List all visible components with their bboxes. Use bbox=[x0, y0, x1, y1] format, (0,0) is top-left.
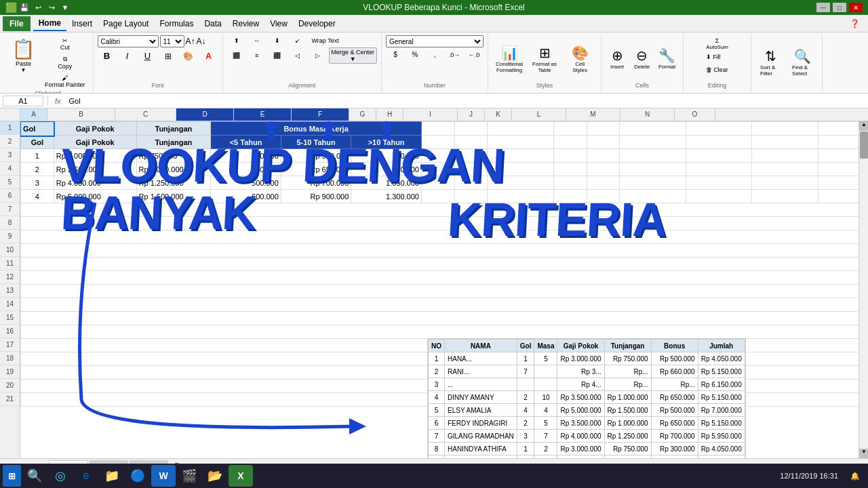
increase-decimal-btn[interactable]: .0→ bbox=[445, 49, 464, 60]
cell-G3[interactable] bbox=[421, 149, 454, 163]
row-num-5[interactable]: 5 bbox=[0, 176, 20, 189]
cell-J1[interactable] bbox=[553, 122, 587, 136]
cell-styles-btn[interactable]: 🎨 Cell Styles bbox=[563, 40, 597, 77]
cell-B4[interactable]: Rp 3.500.000 bbox=[54, 163, 136, 176]
data-menu-item[interactable]: Data bbox=[199, 16, 226, 31]
file-menu-btn[interactable]: File bbox=[3, 16, 31, 31]
insert-function-btn[interactable]: fx bbox=[52, 97, 64, 105]
word-btn[interactable]: W bbox=[151, 465, 176, 487]
sort-filter-btn[interactable]: ⇅ Sort & Filter bbox=[755, 43, 786, 81]
cell-jumlah-9[interactable]: Rp 5.950.000 bbox=[698, 455, 745, 459]
cell-I6[interactable] bbox=[488, 190, 553, 203]
cell-A6[interactable]: 4 bbox=[21, 190, 54, 203]
cell-masa-7[interactable]: 7 bbox=[534, 430, 557, 443]
cell-A5[interactable]: 3 bbox=[21, 176, 54, 190]
cell-C1[interactable]: Tunjangan bbox=[136, 122, 211, 136]
row-num-3[interactable]: 3 bbox=[0, 148, 20, 162]
cell-H5[interactable] bbox=[454, 176, 488, 190]
window-controls[interactable]: ─ □ ✕ bbox=[816, 3, 863, 12]
cell-nama-1[interactable]: HANA... bbox=[445, 352, 517, 365]
col-header-K[interactable]: K bbox=[485, 108, 512, 121]
cell-J3[interactable] bbox=[553, 149, 587, 163]
cell-I2[interactable] bbox=[488, 136, 553, 149]
row-num-19[interactable]: 19 bbox=[0, 365, 20, 379]
col-header-M[interactable]: M bbox=[566, 108, 620, 121]
cell-nama-9[interactable]: INDRA GUSTIANA bbox=[445, 455, 517, 459]
cell-H2[interactable] bbox=[454, 136, 488, 149]
cell-E3[interactable]: Rp 500.000 bbox=[281, 149, 351, 163]
cell-gaji-1[interactable]: Rp 3.000.000 bbox=[557, 352, 604, 365]
cell-G5[interactable] bbox=[421, 176, 454, 190]
cell-gol-5[interactable]: 4 bbox=[517, 404, 534, 417]
cell-E4[interactable]: Rp 650.000 bbox=[281, 163, 351, 176]
review-menu-item[interactable]: Review bbox=[227, 16, 264, 31]
cell-K6[interactable] bbox=[587, 190, 620, 203]
vertical-scrollbar[interactable]: ▲ ▼ bbox=[859, 121, 868, 458]
col-header-H[interactable]: H bbox=[376, 108, 403, 121]
cell-gol-3[interactable] bbox=[517, 378, 534, 391]
cell-J2[interactable] bbox=[553, 136, 587, 149]
cell-C2[interactable]: Tunjangan bbox=[136, 136, 211, 149]
cell-F6[interactable]: 1.300.000 bbox=[351, 190, 422, 203]
cell-no-3[interactable]: 3 bbox=[429, 378, 445, 391]
align-center-btn[interactable]: ≡ bbox=[248, 50, 267, 61]
cell-G1[interactable] bbox=[421, 122, 454, 136]
cell-gaji-2[interactable]: Rp 3... bbox=[557, 365, 604, 378]
insert-menu-item[interactable]: Insert bbox=[66, 16, 98, 31]
cell-jumlah-4[interactable]: Rp 5.150.000 bbox=[698, 391, 745, 404]
maximize-btn[interactable]: □ bbox=[833, 3, 846, 12]
cell-A2[interactable]: Gol bbox=[21, 136, 54, 149]
cell-tunjangan-7[interactable]: Rp 1.250.000 bbox=[604, 430, 651, 443]
text-direction-btn[interactable]: ↙ bbox=[288, 35, 307, 46]
italic-btn[interactable]: I bbox=[118, 49, 137, 63]
wrap-text-btn[interactable]: Wrap Text bbox=[309, 35, 342, 46]
paste-dropdown[interactable]: ▼ bbox=[21, 67, 26, 73]
cell-no-2[interactable]: 2 bbox=[429, 365, 445, 378]
align-top-btn[interactable]: ⬆ bbox=[227, 35, 246, 46]
number-format-select[interactable]: General bbox=[386, 35, 484, 47]
cell-tunjangan-5[interactable]: Rp 1.500.000 bbox=[604, 404, 651, 417]
cell-H6[interactable] bbox=[454, 190, 488, 203]
cell-nama-4[interactable]: DINNY AMANY bbox=[445, 391, 517, 404]
col-header-G[interactable]: G bbox=[349, 108, 376, 121]
cell-J4[interactable] bbox=[553, 163, 587, 176]
cell-gaji-3[interactable]: Rp 4... bbox=[557, 378, 604, 391]
cell-A3[interactable]: 1 bbox=[21, 149, 54, 163]
cell-I1[interactable] bbox=[488, 122, 553, 136]
redo-quick-btn[interactable]: ↪ bbox=[45, 1, 58, 14]
cell-nama-5[interactable]: ELSY AMALIA bbox=[445, 404, 517, 417]
cell-tunjangan-6[interactable]: Rp 1.000.000 bbox=[604, 417, 651, 430]
row-num-13[interactable]: 13 bbox=[0, 284, 20, 298]
row-num-12[interactable]: 12 bbox=[0, 270, 20, 284]
cell-jumlah-6[interactable]: Rp 5.150.000 bbox=[698, 417, 745, 430]
cell-gaji-5[interactable]: Rp 5.000.000 bbox=[557, 404, 604, 417]
delete-cells-btn[interactable]: ⊖ Delete bbox=[630, 40, 654, 77]
cell-E2[interactable]: 5-10 Tahun bbox=[281, 136, 351, 149]
col-header-N[interactable]: N bbox=[620, 108, 675, 121]
col-header-E[interactable]: E bbox=[234, 108, 292, 121]
row-num-8[interactable]: 8 bbox=[0, 216, 20, 230]
cell-N1[interactable] bbox=[752, 122, 818, 136]
row-num-18[interactable]: 18 bbox=[0, 352, 20, 365]
cell-N2[interactable] bbox=[752, 136, 818, 149]
cell-L2[interactable] bbox=[620, 136, 686, 149]
cell-K2[interactable] bbox=[587, 136, 620, 149]
cell-L3[interactable] bbox=[620, 149, 686, 163]
cell-D1-merged[interactable]: Bonus Masa Kerja bbox=[211, 122, 422, 136]
cell-A1[interactable]: Gol bbox=[21, 122, 54, 136]
row-num-4[interactable]: 4 bbox=[0, 162, 20, 176]
undo-quick-btn[interactable]: ↩ bbox=[32, 1, 44, 14]
row-num-10[interactable]: 10 bbox=[0, 243, 20, 257]
cell-bonus-5[interactable]: Rp 500.000 bbox=[651, 404, 698, 417]
cell-K3[interactable] bbox=[587, 149, 620, 163]
cell-I4[interactable] bbox=[488, 163, 553, 176]
cell-tunjangan-8[interactable]: Rp 750.000 bbox=[604, 443, 651, 455]
cell-M4[interactable] bbox=[686, 163, 751, 176]
decrease-decimal-btn[interactable]: ←.0 bbox=[465, 49, 484, 60]
font-increase-btn[interactable]: A↑ bbox=[186, 37, 195, 46]
cell-jumlah-2[interactable]: Rp 5.150.000 bbox=[698, 365, 745, 378]
cell-gol-9[interactable]: 3 bbox=[517, 455, 534, 459]
formula-input[interactable] bbox=[66, 96, 865, 106]
page-layout-menu-item[interactable]: Page Layout bbox=[98, 16, 154, 31]
copy-btn[interactable]: ⧉ Copy bbox=[41, 54, 89, 72]
